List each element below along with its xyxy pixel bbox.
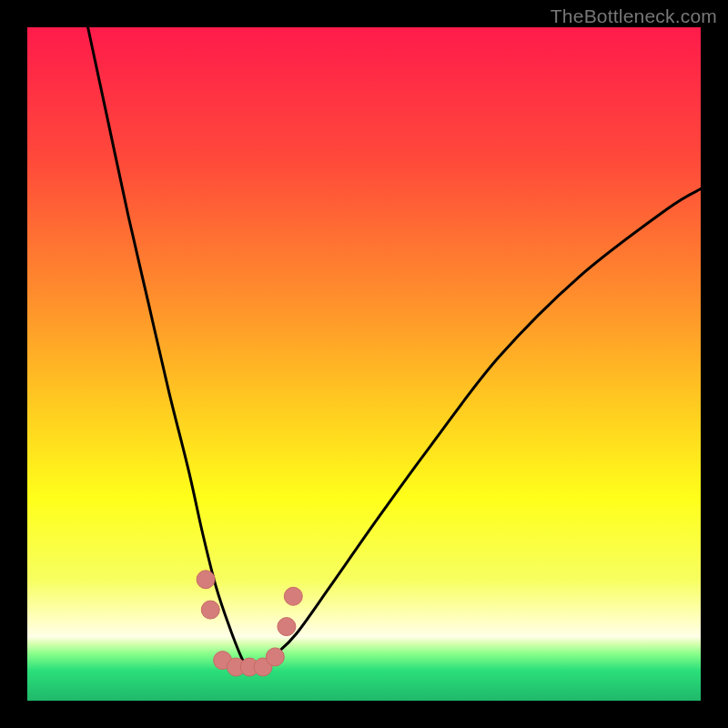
curve-marker	[278, 618, 296, 636]
outer-frame: TheBottleneck.com	[0, 0, 728, 728]
plot-area	[27, 27, 701, 701]
curve-marker	[284, 587, 302, 605]
curve-marker	[201, 601, 219, 619]
watermark-text: TheBottleneck.com	[551, 5, 717, 27]
curve-marker	[266, 648, 284, 666]
plot-svg	[27, 27, 701, 701]
gradient-background	[27, 27, 701, 701]
curve-marker	[197, 571, 215, 589]
